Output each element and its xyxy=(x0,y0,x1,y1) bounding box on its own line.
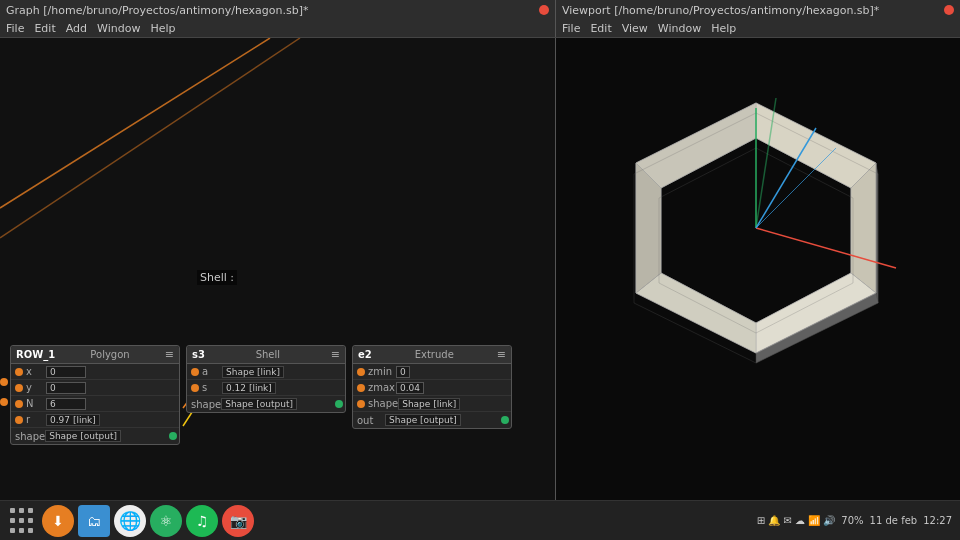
viewport-panel[interactable] xyxy=(556,38,960,500)
node-s3-a-value: Shape [link] xyxy=(222,366,284,378)
node-row1-menu[interactable]: ≡ xyxy=(165,348,174,361)
left-port-indicator-2 xyxy=(0,398,8,406)
node-s3-menu[interactable]: ≡ xyxy=(331,348,340,361)
tray-time: 12:27 xyxy=(923,515,952,526)
svg-marker-13 xyxy=(876,163,878,303)
graph-menu-edit[interactable]: Edit xyxy=(34,22,55,35)
node-row1-y-value[interactable]: 0 xyxy=(46,382,86,394)
node-e2-shape-port xyxy=(357,400,365,408)
viewport-menu: File Edit View Window Help xyxy=(556,20,960,37)
node-s3-shape-out-port xyxy=(335,400,343,408)
battery-pct: 70% xyxy=(841,515,863,526)
node-s3[interactable]: s3 Shell ≡ a Shape [link] s 0.12 [link] xyxy=(186,345,346,413)
taskbar-chrome-icon[interactable]: 🌐 xyxy=(114,505,146,537)
node-row1-r-port xyxy=(15,416,23,424)
graph-title: Graph [/home/bruno/Proyectos/antimony/he… xyxy=(6,4,308,17)
node-row1-n-port xyxy=(15,400,23,408)
node-row1-n-value[interactable]: 6 xyxy=(46,398,86,410)
node-row1-shape-value: Shape [output] xyxy=(45,430,121,442)
taskbar-camera-icon[interactable]: 📷 xyxy=(222,505,254,537)
node-area: ROW_1 Polygon ≡ x 0 y 0 xyxy=(10,345,512,445)
svg-marker-12 xyxy=(636,103,756,188)
node-row1-type: Polygon xyxy=(90,349,129,360)
grid-dot xyxy=(28,508,33,513)
node-e2-zmin-port xyxy=(357,368,365,376)
grid-dot xyxy=(28,528,33,533)
node-e2-name: e2 xyxy=(358,349,372,360)
node-row1-x-label: x xyxy=(26,366,46,377)
viewport-menu-file[interactable]: File xyxy=(562,22,580,35)
node-s3-shape-value: Shape [output] xyxy=(221,398,297,410)
shell-label: Shell : xyxy=(197,270,237,285)
graph-panel[interactable]: ROW_1 Polygon ≡ x 0 y 0 xyxy=(0,38,556,500)
graph-titlebar: Graph [/home/bruno/Proyectos/antimony/he… xyxy=(0,0,556,20)
svg-line-0 xyxy=(0,38,270,208)
node-e2-zmax-port xyxy=(357,384,365,392)
node-e2-zmin-value[interactable]: 0 xyxy=(396,366,410,378)
viewport-close-button[interactable] xyxy=(944,5,954,15)
taskbar: ⬇ 🗂 🌐 ⚛ ♫ 📷 ⊞ 🔔 ✉ ☁ 📶 🔊 70% 11 de feb 12… xyxy=(0,500,960,540)
node-row1-y-port xyxy=(15,384,23,392)
grid-dot xyxy=(10,528,15,533)
graph-menu-file[interactable]: File xyxy=(6,22,24,35)
viewport-menu-help[interactable]: Help xyxy=(711,22,736,35)
node-row1-shape-out-port xyxy=(169,432,177,440)
graph-menu-window[interactable]: Window xyxy=(97,22,140,35)
node-e2-out-value: Shape [output] xyxy=(385,414,461,426)
taskbar-download-icon[interactable]: ⬇ xyxy=(42,505,74,537)
node-row1-n-label: N xyxy=(26,398,46,409)
taskbar-spotify-icon[interactable]: ♫ xyxy=(186,505,218,537)
node-row1-r-label: r xyxy=(26,414,46,425)
viewport-menu-edit[interactable]: Edit xyxy=(590,22,611,35)
grid-dot xyxy=(10,518,15,523)
node-e2-out-port xyxy=(501,416,509,424)
node-row1-shape-label: shape xyxy=(15,431,45,442)
svg-line-1 xyxy=(0,38,300,238)
node-s3-a-port xyxy=(191,368,199,376)
node-s3-a-label: a xyxy=(202,366,222,377)
viewport-menu-window[interactable]: Window xyxy=(658,22,701,35)
viewport-menu-view[interactable]: View xyxy=(622,22,648,35)
node-row1-name: ROW_1 xyxy=(16,349,55,360)
system-tray: ⊞ 🔔 ✉ ☁ 📶 🔊 70% 11 de feb 12:27 xyxy=(757,515,952,526)
viewport-3d-render xyxy=(556,38,960,500)
grid-dot xyxy=(19,528,24,533)
node-row1-x-value[interactable]: 0 xyxy=(46,366,86,378)
tray-icons: ⊞ 🔔 ✉ ☁ 📶 🔊 xyxy=(757,515,836,526)
node-e2-shape-label: shape xyxy=(368,398,398,409)
node-e2-shape-value: Shape [link] xyxy=(398,398,460,410)
grid-dot xyxy=(19,508,24,513)
left-port-indicator xyxy=(0,378,8,386)
node-e2-zmax-value[interactable]: 0.04 xyxy=(396,382,424,394)
node-e2-zmax-label: zmax xyxy=(368,382,396,393)
app-grid-button[interactable] xyxy=(8,507,36,535)
node-e2-zmin-label: zmin xyxy=(368,366,396,377)
node-row1-x-port xyxy=(15,368,23,376)
grid-dot xyxy=(10,508,15,513)
node-s3-s-label: s xyxy=(202,382,222,393)
graph-menu: File Edit Add Window Help xyxy=(0,20,556,37)
node-s3-s-value[interactable]: 0.12 [link] xyxy=(222,382,276,394)
graph-close-button[interactable] xyxy=(539,5,549,15)
graph-menu-help[interactable]: Help xyxy=(150,22,175,35)
graph-menu-add[interactable]: Add xyxy=(66,22,87,35)
node-s3-name: s3 xyxy=(192,349,205,360)
tray-date: 11 de feb xyxy=(870,515,918,526)
taskbar-files-icon[interactable]: 🗂 xyxy=(78,505,110,537)
viewport-title: Viewport [/home/bruno/Proyectos/antimony… xyxy=(562,4,879,17)
node-s3-s-port xyxy=(191,384,199,392)
node-s3-type: Shell xyxy=(256,349,280,360)
node-row1-y-label: y xyxy=(26,382,46,393)
node-s3-shape-label: shape xyxy=(191,399,221,410)
taskbar-atom-icon[interactable]: ⚛ xyxy=(150,505,182,537)
grid-dot xyxy=(28,518,33,523)
node-e2-out-label: out xyxy=(357,415,385,426)
node-e2-menu[interactable]: ≡ xyxy=(497,348,506,361)
node-e2-type: Extrude xyxy=(415,349,454,360)
viewport-titlebar: Viewport [/home/bruno/Proyectos/antimony… xyxy=(556,0,960,20)
node-row1-r-value[interactable]: 0.97 [link] xyxy=(46,414,100,426)
node-row1[interactable]: ROW_1 Polygon ≡ x 0 y 0 xyxy=(10,345,180,445)
node-e2[interactable]: e2 Extrude ≡ zmin 0 zmax 0.04 xyxy=(352,345,512,429)
grid-dot xyxy=(19,518,24,523)
